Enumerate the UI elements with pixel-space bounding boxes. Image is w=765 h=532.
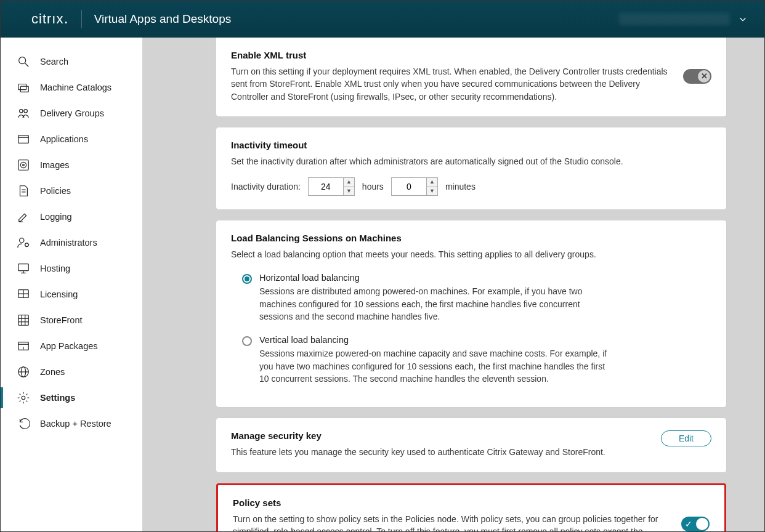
sidebar-item-administrators[interactable]: Administrators <box>1 230 142 256</box>
card-security-key: Manage security key This feature lets yo… <box>216 418 726 472</box>
app-title: Virtual Apps and Desktops <box>82 12 232 26</box>
sidebar-item-label: Logging <box>40 212 72 222</box>
sidebar-item-hosting[interactable]: Hosting <box>1 256 142 281</box>
hours-down[interactable]: ▼ <box>344 187 354 196</box>
hours-stepper[interactable]: ▲ ▼ <box>308 177 355 196</box>
card-title: Policy sets <box>233 498 669 508</box>
sidebar-item-logging[interactable]: Logging <box>1 204 142 230</box>
minutes-up[interactable]: ▲ <box>427 178 437 187</box>
package-icon <box>17 339 30 353</box>
radio-hint: Sessions maximize powered-on machine cap… <box>259 347 610 385</box>
sidebar-item-label: Hosting <box>40 264 70 273</box>
card-desc: Turn on the setting to show policy sets … <box>233 513 669 531</box>
document-icon <box>17 184 30 198</box>
account-label <box>619 13 730 25</box>
svg-point-32 <box>22 396 25 400</box>
sidebar-item-storefront[interactable]: StoreFront <box>1 307 142 333</box>
radio-vertical[interactable] <box>242 336 252 346</box>
sidebar-item-zones[interactable]: Zones <box>1 359 142 385</box>
card-desc: Select a load balancing option that meet… <box>231 248 711 260</box>
hours-input[interactable] <box>309 178 343 195</box>
card-title: Manage security key <box>231 430 649 441</box>
card-title: Inactivity timeout <box>231 140 711 150</box>
radio-label: Horizontal load balancing <box>259 273 610 283</box>
monitor-icon <box>17 262 30 275</box>
sidebar-item-label: Images <box>40 160 70 170</box>
backup-icon <box>17 417 30 430</box>
groups-icon <box>17 107 30 120</box>
card-title: Enable XML trust <box>231 50 671 60</box>
x-icon: ✕ <box>701 71 708 81</box>
sidebar-item-delivery-groups[interactable]: Delivery Groups <box>1 100 142 126</box>
sidebar-item-label: Settings <box>40 393 75 403</box>
hours-up[interactable]: ▲ <box>344 178 354 187</box>
minutes-input[interactable] <box>392 178 426 195</box>
sidebar-item-label: Machine Catalogs <box>40 83 111 92</box>
gear-icon <box>17 391 30 405</box>
svg-point-5 <box>24 110 27 113</box>
card-inactivity-timeout: Inactivity timeout Set the inactivity du… <box>216 127 726 209</box>
sidebar-item-label: Administrators <box>40 238 97 248</box>
sidebar-item-images[interactable]: Images <box>1 152 142 178</box>
svg-rect-21 <box>18 315 29 326</box>
minutes-down[interactable]: ▼ <box>427 187 437 196</box>
svg-rect-6 <box>18 135 29 143</box>
sidebar-item-licensing[interactable]: Licensing <box>1 281 142 307</box>
card-desc: Set the inactivity duration after which … <box>231 155 711 167</box>
svg-rect-2 <box>18 84 26 90</box>
svg-point-9 <box>20 162 26 167</box>
radio-horizontal[interactable] <box>242 274 252 284</box>
admin-icon <box>17 236 30 249</box>
svg-rect-15 <box>18 264 29 271</box>
svg-rect-8 <box>18 160 29 171</box>
sidebar-item-search[interactable]: Search <box>1 49 142 75</box>
svg-rect-3 <box>20 86 28 92</box>
sidebar-item-backup-restore[interactable]: Backup + Restore <box>1 411 142 437</box>
radio-hint: Sessions are distributed among powered-o… <box>259 285 610 323</box>
card-xml-trust: Enable XML trust Turn on this setting if… <box>216 38 726 116</box>
svg-line-1 <box>25 63 29 67</box>
edit-button[interactable]: Edit <box>661 430 711 446</box>
sidebar-item-label: Policies <box>40 186 71 196</box>
sidebar-item-label: App Packages <box>40 341 98 351</box>
globe-icon <box>17 365 30 379</box>
window-icon <box>17 132 30 146</box>
sidebar-item-applications[interactable]: Applications <box>1 126 142 152</box>
sidebar-item-policies[interactable]: Policies <box>1 178 142 204</box>
svg-point-14 <box>25 243 29 247</box>
sidebar-item-label: Search <box>40 57 68 66</box>
logo-text: citrıx <box>31 11 63 27</box>
search-icon <box>17 55 30 68</box>
sidebar-item-label: StoreFront <box>40 315 83 325</box>
svg-point-13 <box>20 238 24 243</box>
disc-icon <box>17 158 30 172</box>
sidebar-item-label: Backup + Restore <box>40 419 111 429</box>
grid-icon <box>17 313 30 327</box>
top-bar: citrıx. Virtual Apps and Desktops <box>1 1 764 38</box>
card-desc: This feature lets you manage the securit… <box>231 446 649 458</box>
svg-point-10 <box>23 164 25 166</box>
sidebar-item-settings[interactable]: Settings <box>1 385 142 411</box>
hours-unit: hours <box>362 182 384 191</box>
card-title: Load Balancing Sessions on Machines <box>231 233 711 243</box>
sidebar: Search Machine Catalogs Delivery Groups … <box>1 38 142 531</box>
toggle-policy-sets[interactable]: ✓ <box>681 517 710 531</box>
card-load-balancing: Load Balancing Sessions on Machines Sele… <box>216 220 726 407</box>
check-icon: ✓ <box>685 519 692 529</box>
sidebar-item-label: Zones <box>40 367 65 377</box>
minutes-stepper[interactable]: ▲ ▼ <box>391 177 438 196</box>
citrix-logo: citrıx. <box>31 10 82 28</box>
inactivity-label: Inactivity duration: <box>231 182 301 191</box>
main-content: Enable XML trust Turn on this setting if… <box>142 38 764 531</box>
license-icon <box>17 288 30 301</box>
svg-point-0 <box>19 57 26 64</box>
sidebar-item-label: Licensing <box>40 289 78 299</box>
svg-point-4 <box>20 110 23 113</box>
sidebar-item-app-packages[interactable]: App Packages <box>1 333 142 359</box>
toggle-xml-trust[interactable]: ✕ <box>683 69 711 84</box>
sidebar-item-machine-catalogs[interactable]: Machine Catalogs <box>1 75 142 100</box>
sidebar-item-label: Applications <box>40 134 88 144</box>
chevron-down-icon[interactable] <box>739 15 747 23</box>
edit-icon <box>17 210 30 224</box>
minutes-unit: minutes <box>445 182 476 191</box>
